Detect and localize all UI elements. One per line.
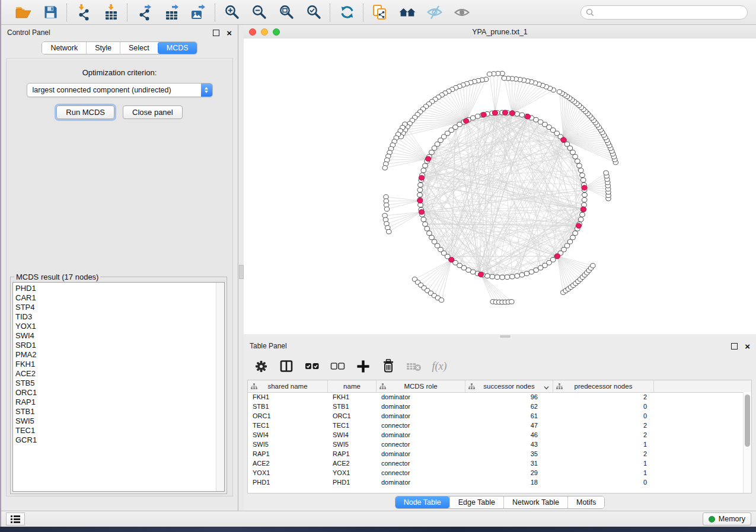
add-column-icon[interactable] xyxy=(355,358,371,374)
select-all-checkboxes-icon[interactable] xyxy=(304,358,320,374)
table-row-ORC1[interactable]: ORC1ORC1dominator610 xyxy=(248,411,744,421)
zoom-fit-icon[interactable] xyxy=(277,4,295,21)
result-node-item[interactable]: TEC1 xyxy=(15,426,215,435)
result-node-item[interactable]: STB1 xyxy=(15,407,215,416)
zoom-in-icon[interactable] xyxy=(223,4,241,21)
control-panel-tabs: NetworkStyleSelectMCDS xyxy=(1,41,238,55)
cell-mcds_role: dominator xyxy=(377,477,465,487)
network-graph[interactable] xyxy=(244,39,756,334)
result-node-item[interactable]: FKH1 xyxy=(15,360,215,369)
cell-name: YOX1 xyxy=(328,468,377,477)
cell-successor_nodes: 35 xyxy=(465,449,553,459)
tab-select[interactable]: Select xyxy=(120,42,158,54)
deselect-all-checkboxes-icon[interactable] xyxy=(330,358,345,374)
column-header-MCDS-role[interactable]: MCDS role xyxy=(377,380,465,392)
run-mcds-button[interactable]: Run MCDS xyxy=(56,105,114,119)
table-row-ACE2[interactable]: ACE2ACE2connector311 xyxy=(248,459,744,468)
result-node-item[interactable]: PHD1 xyxy=(15,284,215,293)
search-icon xyxy=(586,8,594,19)
criterion-dropdown-value: largest connected component (undirected) xyxy=(27,86,201,94)
table-row-FKH1[interactable]: FKH1FKH1dominator962 xyxy=(248,392,744,402)
float-panel-icon[interactable] xyxy=(731,343,738,350)
task-history-button[interactable] xyxy=(6,512,25,525)
column-header-shared-name[interactable]: shared name xyxy=(248,380,328,392)
table-row-RAP1[interactable]: RAP1RAP1dominator352 xyxy=(248,449,744,459)
settings-gear-icon[interactable] xyxy=(253,358,269,374)
export-image-icon[interactable] xyxy=(190,4,208,21)
export-network-icon[interactable] xyxy=(135,4,153,21)
cell-shared_name: STB1 xyxy=(248,402,328,411)
mcds-result-list[interactable]: PHD1CAR1STP4TID3YOX1SWI4SRD1PMA2FKH1ACE2… xyxy=(12,282,225,492)
first-neighbors-icon[interactable] xyxy=(398,4,416,21)
save-session-icon[interactable] xyxy=(42,4,59,21)
clone-network-icon[interactable] xyxy=(371,4,389,21)
result-node-item[interactable]: GCR1 xyxy=(15,435,215,445)
search-input[interactable] xyxy=(580,5,748,20)
cell-mcds_role: dominator xyxy=(377,449,465,459)
show-all-icon[interactable] xyxy=(453,4,471,21)
column-layout-icon[interactable] xyxy=(279,358,294,374)
result-node-item[interactable]: ORC1 xyxy=(15,388,215,398)
close-panel-button[interactable]: Close panel xyxy=(123,105,183,119)
table-row-SWI4[interactable]: SWI4SWI4dominator462 xyxy=(248,430,744,440)
column-header-predecessor-nodes[interactable]: predecessor nodes xyxy=(553,380,654,392)
table-row-SWI5[interactable]: SWI5SWI5connector431 xyxy=(248,440,744,449)
table-panel: Table Panel × f(x) shared namenameMCDS r… xyxy=(244,338,756,511)
float-panel-icon[interactable] xyxy=(213,30,219,36)
table-row-PHD1[interactable]: PHD1PHD1dominator180 xyxy=(248,477,744,487)
result-node-item[interactable]: ACE2 xyxy=(15,369,215,379)
zoom-selected-icon[interactable] xyxy=(305,4,323,21)
tab-mcds[interactable]: MCDS xyxy=(158,42,197,54)
close-panel-icon[interactable]: × xyxy=(227,30,232,36)
tab-motifs[interactable]: Motifs xyxy=(567,496,604,508)
result-list-scrollbar[interactable] xyxy=(216,283,224,491)
cell-predecessor_nodes: 2 xyxy=(553,449,654,459)
table-row-YOX1[interactable]: YOX1YOX1connector291 xyxy=(248,468,744,477)
result-node-item[interactable]: STP4 xyxy=(15,303,215,312)
table-scrollbar-thumb[interactable] xyxy=(745,395,750,447)
tab-edge-table[interactable]: Edge Table xyxy=(449,496,503,508)
control-panel: Control Panel × NetworkStyleSelectMCDS O… xyxy=(1,25,238,511)
splitter-grip[interactable] xyxy=(239,265,244,279)
tab-network[interactable]: Network xyxy=(42,42,86,54)
tab-network-table[interactable]: Network Table xyxy=(503,496,567,508)
horizontal-splitter[interactable] xyxy=(244,334,756,338)
result-node-item[interactable]: YOX1 xyxy=(15,322,215,331)
close-panel-icon[interactable]: × xyxy=(745,344,750,349)
result-node-item[interactable]: SWI5 xyxy=(15,416,215,426)
table-panel-title: Table Panel xyxy=(250,342,287,350)
delete-column-icon[interactable] xyxy=(381,358,396,374)
column-header-name[interactable]: name xyxy=(328,380,377,392)
export-table-icon[interactable] xyxy=(162,4,180,21)
result-node-item[interactable]: STB5 xyxy=(15,379,215,388)
memory-button[interactable]: Memory xyxy=(703,512,751,525)
cell-name: FKH1 xyxy=(328,392,377,402)
refresh-view-icon[interactable] xyxy=(338,4,356,21)
result-node-item[interactable]: SRD1 xyxy=(15,341,215,350)
sort-desc-icon xyxy=(544,384,549,391)
cell-mcds_role: connector xyxy=(377,440,465,449)
cell-name: STB1 xyxy=(328,402,377,411)
tab-style[interactable]: Style xyxy=(86,42,120,54)
result-node-item[interactable]: PMA2 xyxy=(15,350,215,360)
splitter-grip[interactable] xyxy=(500,335,511,338)
network-canvas[interactable] xyxy=(244,39,756,334)
hide-selected-icon[interactable] xyxy=(426,4,444,21)
criterion-dropdown[interactable]: largest connected component (undirected) xyxy=(27,83,213,97)
import-table-icon[interactable] xyxy=(102,4,120,21)
cell-successor_nodes: 62 xyxy=(465,402,553,411)
cell-successor_nodes: 43 xyxy=(465,440,553,449)
column-header-successor-nodes[interactable]: successor nodes xyxy=(465,380,553,392)
table-scrollbar[interactable] xyxy=(743,392,751,493)
result-node-item[interactable]: RAP1 xyxy=(15,398,215,407)
cell-name: RAP1 xyxy=(328,449,377,459)
import-network-icon[interactable] xyxy=(75,4,92,21)
result-node-item[interactable]: TID3 xyxy=(15,312,215,322)
open-session-icon[interactable] xyxy=(14,4,32,21)
result-node-item[interactable]: SWI4 xyxy=(15,331,215,341)
table-row-STB1[interactable]: STB1STB1dominator620 xyxy=(248,402,744,411)
result-node-item[interactable]: CAR1 xyxy=(15,293,215,303)
tab-node-table[interactable]: Node Table xyxy=(395,496,449,508)
table-row-TEC1[interactable]: TEC1TEC1connector472 xyxy=(248,421,744,430)
zoom-out-icon[interactable] xyxy=(250,4,268,21)
